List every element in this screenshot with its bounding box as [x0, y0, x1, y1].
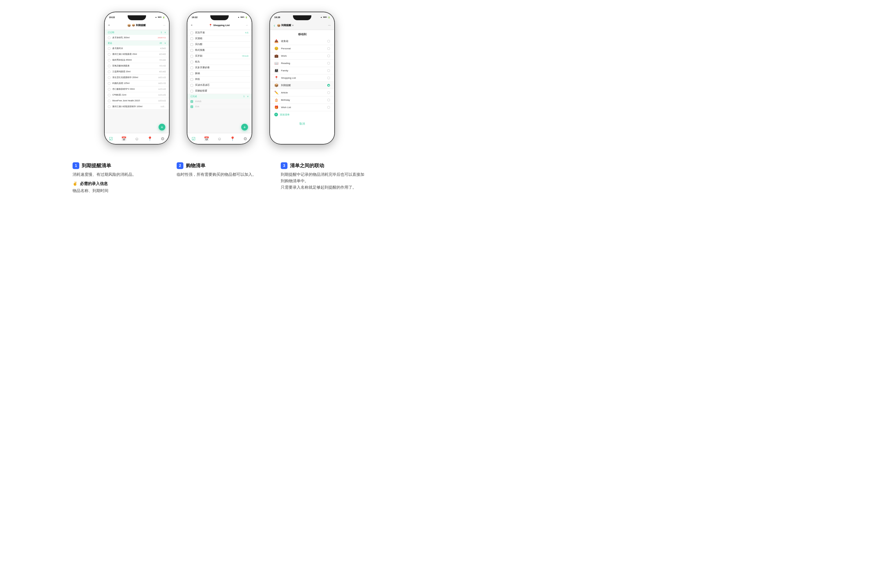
status-bar-2: 19:22 ▲ WiFi 🔋	[187, 12, 252, 21]
back-btn[interactable]: ‹	[274, 23, 275, 28]
shopping-item[interactable]: 米粉	[187, 76, 252, 82]
checkbox[interactable]	[108, 88, 111, 91]
radio-wishlist[interactable]	[327, 106, 330, 109]
shopping-item[interactable]: 买多牙磨砂膏	[187, 65, 252, 71]
completed-item[interactable]: ✓ 买鸡蛋	[187, 99, 252, 104]
move-list: 📥 收集箱 😊 Personal 💼 Work	[270, 38, 334, 111]
list-item[interactable]: 科颜氏面霜 125ml 10月17日	[105, 81, 169, 86]
done-checkbox[interactable]: ✓	[190, 105, 193, 108]
move-item[interactable]: 📥 收集箱	[270, 38, 334, 45]
shopping-item[interactable]: 买白醋	[187, 42, 252, 48]
nav-pin-1[interactable]: 📍	[147, 136, 153, 141]
checkbox[interactable]	[108, 59, 111, 62]
due-icon: 📦	[274, 83, 279, 87]
nav-gear-1[interactable]: ⚙	[161, 136, 165, 141]
sq-checkbox[interactable]	[190, 66, 193, 69]
cancel-row[interactable]: 取消	[270, 118, 334, 128]
nav-check-2[interactable]: ☑	[192, 136, 196, 141]
checkbox[interactable]	[108, 53, 111, 56]
nav-cal-1[interactable]: 📅	[121, 136, 126, 141]
fab-1[interactable]: +	[159, 124, 165, 130]
radio-due[interactable]	[327, 84, 330, 87]
move-item-family[interactable]: 👨‍👩‍👧 Family	[270, 67, 334, 74]
add-list-row[interactable]: + 添加清单	[270, 111, 334, 118]
list-item[interactable]: 雅诗兰黛小棕瓶眼霜 15ml 6月28日	[105, 51, 169, 57]
list-item[interactable]: MoveFree Joint Health 200片 12月31日	[105, 98, 169, 104]
menu-icon-1[interactable]: ≡	[108, 24, 110, 27]
sq-checkbox[interactable]	[190, 78, 193, 81]
radio-family[interactable]	[327, 69, 330, 72]
sq-checkbox[interactable]	[190, 55, 193, 58]
completed-item[interactable]: ✓ 买水	[187, 104, 252, 110]
list-item[interactable]: 植村秀卸妆油 450ml 7月19日	[105, 57, 169, 63]
move-item-reading[interactable]: 📖 Reading	[270, 60, 334, 67]
nav-cal-2[interactable]: 📅	[204, 136, 209, 141]
checkbox[interactable]	[108, 82, 111, 85]
checkbox[interactable]	[108, 70, 111, 73]
shopping-item[interactable]: 韩式辣酱	[187, 48, 252, 53]
list-item[interactable]: 雅诗兰黛小棕瓶面部精华 100ml 12月...	[105, 104, 169, 110]
desc-title-row-2: 2 购物清单	[177, 162, 262, 169]
move-item-article[interactable]: ✏️ Article	[270, 89, 334, 96]
list-item[interactable]: 参天眼药水 8月8日	[105, 46, 169, 51]
sq-checkbox[interactable]	[190, 43, 193, 46]
nav-face-1[interactable]: ☺	[135, 136, 139, 141]
fab-2[interactable]: +	[241, 124, 248, 130]
move-item-birthday[interactable]: 🎂 Birthday	[270, 96, 334, 104]
sq-checkbox[interactable]	[190, 38, 193, 40]
shopping-item[interactable]: 买酒精	[187, 36, 252, 42]
move-dialog: 移动到 📥 收集箱 😊 Personal	[270, 30, 334, 144]
move-item-due[interactable]: 📦 到期提醒	[270, 82, 334, 89]
shopping-item[interactable]: 买滤水器滤芯	[187, 82, 252, 88]
more-btn-3[interactable]: ···	[328, 24, 331, 27]
sq-checkbox[interactable]	[190, 61, 193, 63]
checkbox[interactable]	[108, 94, 111, 96]
checkbox[interactable]	[108, 105, 111, 108]
shopping-item[interactable]: 买洗手液 今天	[187, 30, 252, 36]
checkbox[interactable]	[108, 99, 111, 102]
shopping-item[interactable]: 枕头	[187, 59, 252, 65]
list-item[interactable]: 双氧芬酸钠滴眼液 7月14日	[105, 63, 169, 69]
nav-gear-2[interactable]: ⚙	[243, 136, 247, 141]
nav-pin-2[interactable]: 📍	[230, 136, 235, 141]
move-item-work[interactable]: 💼 Work	[270, 52, 334, 60]
move-item[interactable]: 😊 Personal	[270, 45, 334, 52]
list-item[interactable]: 兰蔻菁纯眼霜 20ml 8月18日	[105, 69, 169, 75]
list-item[interactable]: 杏仁酸焕肤精华*2 30ml 11月11日	[105, 86, 169, 92]
radio[interactable]	[327, 40, 330, 43]
radio-birthday[interactable]	[327, 99, 330, 101]
shopping-item[interactable]: 换锅	[187, 71, 252, 76]
sq-checkbox[interactable]	[190, 84, 193, 87]
more-icon-2[interactable]: ···	[246, 24, 248, 27]
checkbox[interactable]	[108, 47, 111, 50]
desc-block-2: 2 购物清单 临时性强，所有需要购买的物品都可以加入。	[177, 162, 262, 181]
cancel-button[interactable]: 取消	[300, 122, 305, 125]
radio-article[interactable]	[327, 91, 330, 94]
sq-checkbox[interactable]	[190, 72, 193, 75]
sq-checkbox[interactable]	[190, 32, 193, 34]
add-list-label[interactable]: 添加清单	[280, 113, 290, 116]
list-item[interactable]: CPB粉霜 21ml 11月12日	[105, 92, 169, 98]
shopping-item[interactable]: 买驱蚊喷雾	[187, 88, 252, 94]
time-2: 19:22	[192, 16, 198, 19]
move-item-shopping[interactable]: 📍 Shopping List	[270, 74, 334, 82]
more-icon-1[interactable]: ···	[163, 24, 165, 27]
sq-checkbox[interactable]	[190, 90, 193, 93]
radio-shopping[interactable]	[327, 76, 330, 80]
sq-checkbox[interactable]	[190, 49, 193, 52]
overdue-item-1[interactable]: 多牙身体乳 300ml 2018/7/11	[105, 35, 169, 41]
phone-2: 19:22 ▲ WiFi 🔋 ≡ 📍 Shopping List ··· 买	[187, 12, 252, 144]
nav-check-1[interactable]: ☑	[109, 136, 113, 141]
move-item-wishlist[interactable]: 🎁 Wish List	[270, 104, 334, 111]
list-item[interactable]: 资生堂红色蜜露精华 200ml 10月11日	[105, 75, 169, 81]
radio-reading[interactable]	[327, 62, 330, 64]
done-checkbox[interactable]: ✓	[190, 100, 193, 103]
shopping-item[interactable]: 买牙刷 7月31日	[187, 53, 252, 59]
checkbox[interactable]	[108, 36, 111, 39]
radio-work[interactable]	[327, 54, 330, 57]
checkbox[interactable]	[108, 64, 111, 68]
nav-face-2[interactable]: ☺	[217, 136, 222, 141]
checkbox[interactable]	[108, 76, 111, 79]
radio[interactable]	[327, 47, 330, 50]
menu-icon-2[interactable]: ≡	[191, 24, 193, 27]
